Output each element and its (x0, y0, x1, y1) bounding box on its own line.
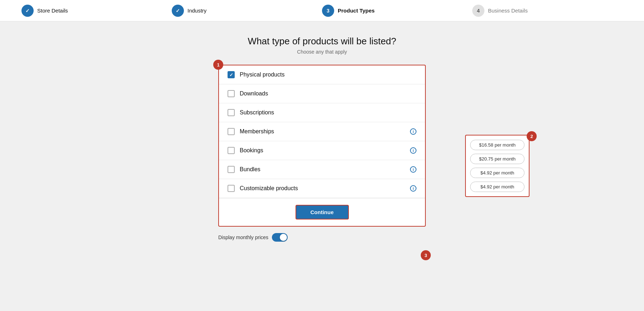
product-row-subscriptions[interactable]: Subscriptions (219, 103, 425, 122)
step-label-store-details: Store Details (37, 8, 68, 14)
price-bundles: $4.92 per month (470, 168, 525, 178)
label-physical: Physical products (240, 71, 416, 78)
info-icon-bundles[interactable]: i (410, 166, 416, 173)
product-row-bundles[interactable]: Bundles i (219, 160, 425, 179)
page-title: What type of products will be listed? (248, 36, 396, 47)
price-customizable: $4.92 per month (470, 182, 525, 192)
product-row-bookings[interactable]: Bookings i (219, 141, 425, 160)
product-types-card: Physical products Downloads Subscription… (218, 65, 426, 227)
label-subscriptions: Subscriptions (240, 109, 416, 116)
price-memberships: $16.58 per month (470, 140, 525, 150)
product-row-customizable[interactable]: Customizable products i (219, 179, 425, 198)
info-icon-memberships[interactable]: i (410, 128, 416, 135)
main-content: What type of products will be listed? Ch… (0, 21, 644, 242)
step-circle-store-details: ✓ (21, 5, 34, 17)
label-bundles: Bundles (240, 166, 405, 173)
checkbox-downloads[interactable] (228, 90, 235, 97)
price-panel: $16.58 per month $20.75 per month $4.92 … (465, 135, 530, 197)
step-product-types: 3 Product Types (322, 5, 472, 17)
label-bookings: Bookings (240, 147, 405, 154)
info-icon-customizable[interactable]: i (410, 185, 416, 192)
step-label-product-types: Product Types (338, 8, 375, 14)
toggle-knob (280, 234, 287, 241)
step-store-details: ✓ Store Details (21, 5, 172, 17)
step-business-details: 4 Business Details (472, 5, 623, 17)
label-customizable: Customizable products (240, 185, 405, 192)
stepper: ✓ Store Details ✓ Industry 3 Product Typ… (0, 0, 644, 21)
step-label-industry: Industry (187, 8, 206, 14)
checkbox-physical[interactable] (228, 71, 235, 78)
step-circle-product-types: 3 (322, 5, 334, 17)
product-row-downloads[interactable]: Downloads (219, 84, 425, 103)
checkbox-customizable[interactable] (228, 185, 235, 192)
card-container: 1 2 3 $16.58 per month $20.75 per month … (218, 65, 426, 242)
footer-toggle-area: Display monthly prices (218, 233, 426, 242)
annotation-badge-2: 2 (527, 131, 537, 141)
step-circle-business-details: 4 (472, 5, 484, 17)
step-industry: ✓ Industry (172, 5, 322, 17)
annotation-badge-3: 3 (421, 250, 431, 260)
label-downloads: Downloads (240, 90, 416, 97)
toggle-label: Display monthly prices (218, 235, 268, 240)
continue-button[interactable]: Continue (296, 205, 349, 219)
continue-area: Continue (219, 198, 425, 226)
checkbox-memberships[interactable] (228, 128, 235, 135)
step-label-business-details: Business Details (488, 8, 528, 14)
info-icon-bookings[interactable]: i (410, 147, 416, 154)
product-row-memberships[interactable]: Memberships i (219, 122, 425, 141)
checkbox-subscriptions[interactable] (228, 109, 235, 116)
label-memberships: Memberships (240, 128, 405, 135)
checkbox-bundles[interactable] (228, 166, 235, 173)
monthly-prices-toggle[interactable] (272, 233, 288, 242)
annotation-badge-1: 1 (213, 60, 223, 70)
page-subtitle: Choose any that apply (297, 49, 347, 55)
price-bookings: $20.75 per month (470, 154, 525, 164)
product-row-physical[interactable]: Physical products (219, 65, 425, 84)
step-circle-industry: ✓ (172, 5, 184, 17)
checkbox-bookings[interactable] (228, 147, 235, 154)
